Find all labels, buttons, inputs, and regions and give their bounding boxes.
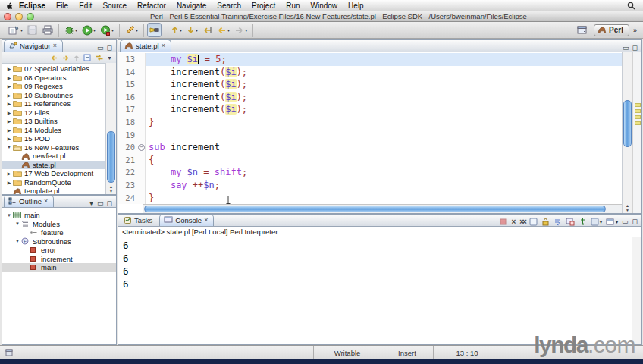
overview-ruler[interactable] [632, 52, 641, 213]
code-text[interactable]: } [146, 116, 622, 129]
navigator-item[interactable]: ▶08 Operators [2, 74, 106, 83]
menu-search[interactable]: Search [212, 2, 246, 10]
menu-run[interactable]: Run [281, 2, 305, 10]
close-icon[interactable]: × [53, 42, 57, 49]
menu-window[interactable]: Window [306, 2, 343, 10]
print-button[interactable] [40, 23, 55, 37]
code-text[interactable]: increment($i); [146, 66, 622, 79]
collapse-all-icon[interactable] [83, 54, 92, 61]
outline-item[interactable]: ▼main [2, 211, 116, 220]
fast-view-icon[interactable] [5, 348, 15, 357]
outline-item[interactable]: main [2, 263, 116, 272]
code-line[interactable]: 15 increment($i); [118, 78, 622, 91]
tree-expand-arrow-icon[interactable]: ▶ [5, 118, 13, 124]
close-icon[interactable]: × [204, 217, 208, 224]
code-line[interactable]: 23 say ++$n; [118, 179, 622, 192]
tree-expand-arrow-icon[interactable]: ▶ [5, 66, 13, 71]
minimize-view-icon[interactable]: ▭ [97, 200, 104, 207]
scrollbar-arrows[interactable]: ▲▼ [623, 203, 632, 212]
navigator-item[interactable]: ▶RandomQuote [2, 178, 106, 187]
code-line[interactable]: 22 my $n = shift; [118, 166, 622, 179]
up-icon[interactable] [73, 55, 80, 61]
console-output[interactable]: 6666 [118, 238, 641, 291]
minimize-view-icon[interactable]: ▭ [97, 45, 104, 52]
tree-collapse-arrow-icon[interactable]: ▼ [14, 239, 21, 243]
code-line[interactable]: 20−sub increment [118, 141, 622, 154]
tree-expand-arrow-icon[interactable]: ▶ [5, 101, 13, 106]
code-text[interactable] [146, 129, 622, 142]
tab-navigator[interactable]: Navigator × [4, 39, 63, 52]
scrollbar-thumb[interactable] [623, 100, 632, 147]
tab-tasks[interactable]: Tasks [118, 215, 158, 226]
close-window-button[interactable] [4, 13, 11, 20]
scroll-lock-icon[interactable] [541, 218, 550, 226]
navigator-item[interactable]: state.pl [2, 161, 106, 170]
code-text[interactable]: sub increment [146, 141, 622, 154]
outline-item[interactable]: feature [2, 228, 116, 237]
menu-help[interactable]: Help [343, 2, 369, 10]
code-line[interactable]: 16 increment($i); [118, 91, 622, 104]
navigator-item[interactable]: template.pl [2, 187, 106, 194]
occurrence-mark[interactable] [635, 103, 641, 107]
debug-button[interactable]: ▾ [62, 23, 80, 37]
last-edit-location-button[interactable] [200, 23, 215, 37]
menu-edit[interactable]: Edit [74, 2, 97, 10]
back-button[interactable]: ▾ [215, 23, 232, 37]
next-annotation-button[interactable]: ▾ [168, 23, 184, 37]
outline-item[interactable]: error [2, 246, 116, 255]
code-line[interactable]: 19 [118, 129, 622, 142]
perspective-perl-button[interactable]: Perl [594, 24, 629, 36]
navigator-item[interactable]: ▶09 Regexes [2, 82, 106, 91]
apple-menu-icon[interactable] [6, 2, 14, 10]
outline-item[interactable]: increment [2, 255, 116, 264]
back-icon[interactable] [50, 55, 58, 61]
code-line[interactable]: 24} [118, 192, 622, 205]
editor-hscrollbar[interactable] [143, 204, 622, 213]
code-text[interactable]: my $i = 5; [146, 53, 622, 66]
display-selected-console-icon[interactable]: ▾ [591, 218, 602, 226]
save-button[interactable] [25, 23, 40, 37]
tree-expand-arrow-icon[interactable]: ▶ [5, 171, 13, 176]
code-text[interactable]: say ++$n; [146, 179, 622, 192]
code-text[interactable]: { [146, 154, 622, 167]
occurrence-mark[interactable] [635, 109, 641, 113]
tab-state-pl[interactable]: state.pl × [120, 39, 171, 52]
open-perspective-icon[interactable] [575, 23, 590, 37]
tree-expand-arrow-icon[interactable]: ▶ [5, 136, 13, 141]
code-line[interactable]: 18} [118, 116, 622, 129]
code-text[interactable]: increment($i); [146, 103, 622, 116]
console-scrollbar[interactable] [632, 237, 641, 344]
external-tools-button[interactable]: ▾ [98, 23, 116, 37]
code-text[interactable]: my $n = shift; [146, 166, 622, 179]
menu-navigate[interactable]: Navigate [171, 2, 212, 10]
maximize-editor-icon[interactable]: ◻ [632, 45, 638, 52]
menu-project[interactable]: Project [246, 2, 281, 10]
view-menu-icon[interactable]: ▼ [89, 200, 94, 207]
code-text[interactable]: increment($i); [146, 91, 622, 104]
perspective-overflow-chevron[interactable]: » [633, 27, 637, 34]
forward-button[interactable]: ▾ [232, 23, 249, 37]
scrollbar-thumb[interactable] [107, 131, 115, 183]
mark-occurrences-button[interactable] [147, 23, 162, 37]
outline-item[interactable]: ▼FSubroutines [2, 237, 116, 246]
code-line[interactable]: 21{ [118, 154, 622, 167]
previous-annotation-button[interactable]: ▾ [184, 23, 200, 37]
tree-collapse-arrow-icon[interactable]: ▼ [14, 221, 21, 226]
minimize-window-button[interactable] [15, 13, 23, 20]
editor-vscrollbar[interactable]: ▲▼ [622, 52, 632, 213]
occurrence-mark[interactable] [635, 121, 641, 125]
show-on-stdout-icon[interactable] [566, 218, 575, 226]
maximize-view-icon[interactable]: ◻ [107, 200, 112, 207]
pin-console-icon[interactable] [579, 218, 587, 226]
code-line[interactable]: 13 my $i = 5; [118, 53, 622, 66]
tree-collapse-arrow-icon[interactable]: ▼ [5, 145, 13, 149]
new-wizard-button[interactable]: ▾ [6, 23, 25, 37]
menu-source[interactable]: Source [97, 2, 132, 10]
occurrence-mark[interactable] [635, 115, 641, 119]
run-button[interactable]: ▾ [80, 23, 98, 37]
close-icon[interactable]: × [162, 42, 165, 49]
spotlight-search-icon[interactable] [627, 2, 635, 10]
link-editor-icon[interactable] [95, 54, 104, 61]
zoom-window-button[interactable] [27, 13, 34, 20]
navigator-item[interactable]: ▶14 Modules [2, 126, 106, 135]
